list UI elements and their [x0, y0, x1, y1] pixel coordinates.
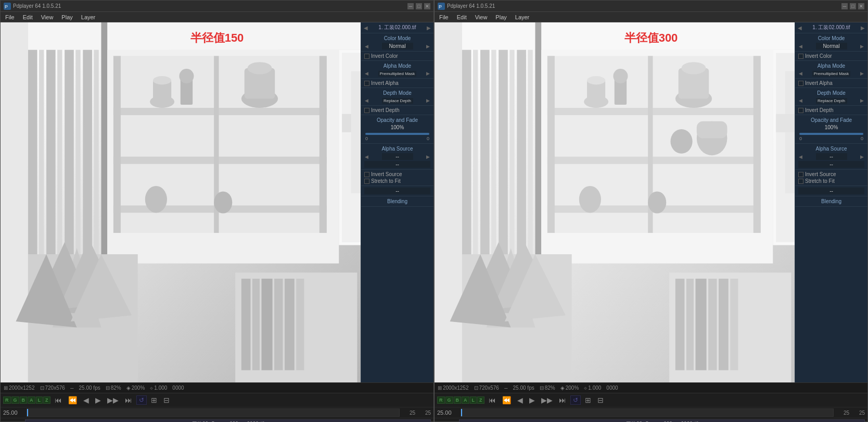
left-track-bar[interactable] [27, 408, 400, 417]
left-invert-source-label: Invert Source [371, 171, 402, 177]
left-step-forward-button[interactable]: ▶▶ [105, 395, 121, 405]
right-minimize-button[interactable]: ─ [841, 3, 848, 9]
right-menu-layer[interactable]: Layer [514, 14, 531, 21]
left-step-back-button[interactable]: ◀ [81, 395, 91, 405]
right-link-button[interactable]: ⊟ [595, 395, 606, 405]
right-zoom-icon: ◈ [560, 385, 565, 391]
right-invert-source-checkbox[interactable] [798, 172, 803, 177]
left-ch-z[interactable]: Z [43, 396, 50, 404]
right-ch-z[interactable]: Z [477, 396, 484, 404]
svg-text:P: P [5, 4, 8, 9]
left-invert-depth-row: Invert Depth [363, 107, 431, 114]
right-menu-view[interactable]: View [474, 14, 489, 21]
left-first-frame-button[interactable]: ⏮ [53, 395, 64, 405]
left-prev-frame-button[interactable]: ⏪ [66, 395, 79, 405]
right-track-frame-num: 25 [852, 410, 865, 416]
left-invert-source-checkbox[interactable] [364, 172, 369, 177]
right-last-frame-button[interactable]: ⏭ [557, 395, 568, 405]
right-alpha-source-prev[interactable]: ◀ [798, 154, 803, 160]
left-panel-arrow-right[interactable]: ▶ [427, 25, 431, 31]
right-depth-mode-prev[interactable]: ◀ [798, 97, 803, 104]
right-ch-a[interactable]: A [462, 396, 469, 404]
svg-rect-91 [686, 279, 694, 370]
right-alpha-mode-prev[interactable]: ◀ [798, 70, 803, 77]
left-menu-edit[interactable]: Edit [21, 14, 34, 21]
right-display-value: 720x576 [479, 385, 499, 391]
left-maximize-button[interactable]: □ [416, 3, 422, 9]
right-play-button[interactable]: ▶ [527, 395, 537, 405]
right-menu-play[interactable]: Play [494, 14, 508, 21]
right-color-mode-next[interactable]: ▶ [860, 43, 864, 49]
left-loop-button[interactable]: ↺ [136, 395, 147, 405]
left-menu-play[interactable]: Play [60, 14, 74, 21]
right-opacity-slider-bar [799, 133, 863, 135]
right-invert-depth-checkbox[interactable] [798, 108, 803, 113]
right-menu-bar: File Edit View Play Layer [435, 12, 867, 22]
left-ch-g[interactable]: G [11, 396, 19, 404]
left-invert-depth-label: Invert Depth [371, 107, 399, 113]
right-menu-edit[interactable]: Edit [455, 14, 468, 21]
left-invert-color-checkbox[interactable] [364, 54, 369, 59]
right-ch-g[interactable]: G [445, 396, 453, 404]
left-panel-arrow-left[interactable]: ◀ [364, 25, 368, 31]
left-color-mode-prev[interactable]: ◀ [364, 43, 369, 49]
left-color-mode-next[interactable]: ▶ [426, 43, 430, 49]
left-opacity-slider[interactable]: 0 0 [363, 131, 431, 142]
left-ch-r[interactable]: R [3, 396, 11, 404]
left-ch-a[interactable]: A [28, 396, 35, 404]
left-status-frame: 0000 [172, 385, 184, 391]
left-menu-file[interactable]: File [4, 14, 16, 21]
left-play-button[interactable]: ▶ [93, 395, 103, 405]
right-maximize-button[interactable]: □ [850, 3, 856, 9]
left-link-button[interactable]: ⊟ [161, 395, 172, 405]
left-depth-mode-next[interactable]: ▶ [426, 97, 430, 104]
right-close-button[interactable]: ✕ [858, 3, 864, 9]
right-alpha-mode-section: Alpha Mode ◀ Premultiplied Mask ▶ [795, 61, 867, 79]
left-link-icon: ⟐ [150, 385, 153, 391]
left-last-frame-button[interactable]: ⏭ [123, 395, 134, 405]
right-grid-button[interactable]: ⊞ [583, 395, 593, 405]
left-grid-button[interactable]: ⊞ [149, 395, 159, 405]
left-status-resolution: ⊞ 2000x1252 [4, 385, 35, 391]
right-step-forward-button[interactable]: ▶▶ [539, 395, 555, 405]
left-sub-value2-row: -- [363, 187, 431, 195]
left-ch-b[interactable]: B [20, 396, 28, 404]
left-invert-depth-checkbox[interactable] [364, 108, 369, 113]
right-opacity-slider[interactable]: 0 0 [797, 131, 865, 142]
right-track-bar[interactable] [461, 408, 834, 417]
svg-point-29 [145, 186, 167, 213]
left-menu-view[interactable]: View [40, 14, 55, 21]
right-alpha-mode-next[interactable]: ▶ [860, 70, 864, 77]
right-menu-file[interactable]: File [438, 14, 450, 21]
left-timeline-track: 25.00 25 25 [1, 407, 433, 418]
right-prev-frame-button[interactable]: ⏪ [500, 395, 513, 405]
left-alpha-source-prev[interactable]: ◀ [364, 154, 369, 160]
left-alpha-source-next[interactable]: ▶ [426, 154, 430, 160]
left-alpha-mode-next[interactable]: ▶ [426, 70, 430, 77]
svg-text:P: P [439, 4, 442, 9]
right-invert-alpha-checkbox[interactable] [798, 81, 803, 86]
left-menu-layer[interactable]: Layer [80, 14, 97, 21]
right-loop-button[interactable]: ↺ [570, 395, 581, 405]
left-close-button[interactable]: ✕ [424, 3, 430, 9]
left-alpha-mode-prev[interactable]: ◀ [364, 70, 369, 77]
right-opacity-label: Opacity and Fade [797, 116, 865, 124]
right-panel-arrow-left[interactable]: ◀ [798, 25, 802, 31]
right-first-frame-button[interactable]: ⏮ [487, 395, 498, 405]
right-alpha-source-next[interactable]: ▶ [860, 154, 864, 160]
right-track-info: 1 👁 Np' 工装02_Camera002_ao0000.tif [435, 418, 867, 422]
right-step-back-button[interactable]: ◀ [515, 395, 525, 405]
left-depth-mode-prev[interactable]: ◀ [364, 97, 369, 104]
left-ch-l[interactable]: L [36, 396, 43, 404]
right-color-mode-prev[interactable]: ◀ [798, 43, 803, 49]
right-invert-color-checkbox[interactable] [798, 54, 803, 59]
right-ch-b[interactable]: B [454, 396, 462, 404]
right-depth-mode-next[interactable]: ▶ [860, 97, 864, 104]
left-invert-alpha-checkbox[interactable] [364, 81, 369, 86]
right-panel-arrow-right[interactable]: ▶ [861, 25, 865, 31]
right-stretch-fit-checkbox[interactable] [798, 179, 803, 184]
right-ch-r[interactable]: R [437, 396, 445, 404]
right-ch-l[interactable]: L [470, 396, 477, 404]
left-minimize-button[interactable]: ─ [407, 3, 414, 9]
left-stretch-fit-checkbox[interactable] [364, 179, 369, 184]
